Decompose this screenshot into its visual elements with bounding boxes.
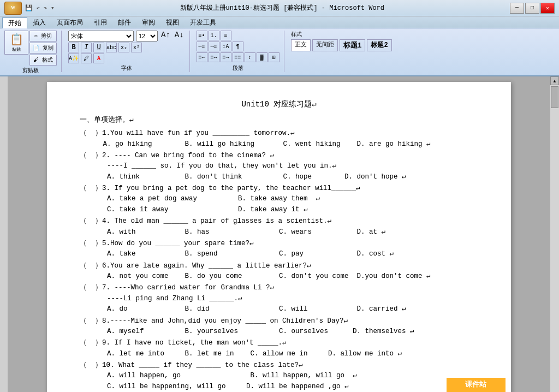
- title-bar-left: W 💾 ↶ ↷ ▾: [4, 2, 55, 15]
- styles-label: 样式: [291, 31, 550, 38]
- list-row: ≡• 1. ≡: [197, 31, 280, 40]
- q3-options2: C. take it away D. take away it ↵: [80, 205, 478, 215]
- q2-subtext: ----I ______ so. If you do that, they wo…: [80, 161, 478, 171]
- q10-options-cd: C. will be happening, will go D. will be…: [80, 382, 478, 392]
- align-center-button[interactable]: ≡↔: [209, 52, 219, 62]
- paragraph-group: ≡• 1. ≡ ←≡ →≡ ↕A ¶ ≡← ≡↔ ≡→ ≡≡ ↕ ▓ ⊞ 段落: [192, 31, 284, 72]
- no-spacing-style[interactable]: 无间距: [312, 39, 338, 51]
- tab-layout[interactable]: 页面布局: [51, 17, 88, 28]
- quick-access: 💾 ↶ ↷ ▾: [25, 4, 55, 11]
- strikethrough-button[interactable]: abc: [106, 43, 117, 52]
- font-family-select[interactable]: 宋体: [68, 31, 134, 41]
- scroll-thumb[interactable]: [551, 86, 558, 108]
- question-10: （ ）10. What _____ if they ______ to the …: [80, 360, 478, 392]
- tab-view[interactable]: 视图: [160, 17, 185, 28]
- subscript-button[interactable]: x₂: [118, 43, 129, 52]
- font-group: 宋体 12 A↑ A↓ B I U abc x₂ x² A✨ 🖊 A 字体: [64, 31, 190, 72]
- question-3: （ ）3. If you bring a pet dog to the part…: [80, 183, 478, 215]
- border-button[interactable]: ⊞: [269, 52, 280, 62]
- sort-button[interactable]: ↕A: [221, 41, 231, 51]
- q9-options: A. let me into B. let me in C. allow me …: [80, 349, 478, 359]
- increase-indent-button[interactable]: →≡: [209, 41, 219, 51]
- clipboard-label: 剪贴板: [4, 67, 57, 74]
- superscript-button[interactable]: x²: [131, 43, 142, 52]
- ribbon-content: 📋粘贴 ✂ 剪切 📄 复制 🖌 格式 剪贴板 宋体 12 A↑ A↓ B I U…: [0, 28, 559, 76]
- question-4: （ ）4. The old man ______ a pair of glass…: [80, 216, 478, 237]
- multilevel-list-button[interactable]: ≡: [221, 31, 231, 40]
- question-2: （ ）2. ---- Can we bring food to the cine…: [80, 151, 478, 182]
- grow-font-button[interactable]: A↑: [160, 31, 171, 41]
- tab-dev[interactable]: 开发工具: [185, 17, 222, 28]
- q2-text: （ ）2. ---- Can we bring food to the cine…: [80, 151, 478, 161]
- normal-style[interactable]: 正文: [291, 39, 311, 51]
- watermark: 课件站 www.kjzhan.com: [447, 378, 506, 392]
- q8-options: A. myself B. yourselves C. ourselves D. …: [80, 326, 478, 337]
- tab-insert[interactable]: 插入: [27, 17, 51, 28]
- underline-button[interactable]: U: [93, 43, 104, 52]
- bold-button[interactable]: B: [68, 43, 79, 52]
- number-list-button[interactable]: 1.: [209, 31, 219, 40]
- font-group-label: 字体: [68, 64, 185, 72]
- styles-group: 样式 正文 无间距 标题1 标题2: [287, 31, 555, 72]
- document-page: Unit10 对应练习题↵ 一、单项选择。↵ （ ）1.You will hav…: [47, 82, 511, 392]
- question-6: （ ）6.You are late again. Why ______ a li…: [80, 261, 478, 282]
- question-8: （ ）8.-----Mike and John,did you enjoy __…: [80, 316, 478, 337]
- q9-text: （ ）9. If I have no ticket, the man won't…: [80, 338, 478, 348]
- paste-area: 📋粘贴 ✂ 剪切 📄 复制 🖌 格式: [4, 31, 57, 66]
- text-effect-button[interactable]: A✨: [68, 54, 79, 63]
- shading-button[interactable]: ▓: [257, 52, 267, 62]
- cut-button[interactable]: ✂ 剪切: [29, 31, 57, 41]
- align-left-button[interactable]: ≡←: [197, 52, 207, 62]
- italic-button[interactable]: I: [81, 43, 92, 52]
- paste-button[interactable]: 📋粘贴: [4, 31, 28, 55]
- font-format-row: B I U abc x₂ x²: [68, 43, 185, 52]
- title-bar: W 💾 ↶ ↷ ▾ 新版八年级上册unit10-精选习题 [兼容模式] - Mi…: [0, 0, 559, 16]
- restore-button[interactable]: □: [525, 3, 539, 14]
- q8-text: （ ）8.-----Mike and John,did you enjoy __…: [80, 316, 478, 326]
- indent-row: ←≡ →≡ ↕A ¶: [197, 41, 280, 51]
- styles-list: 正文 无间距 标题1 标题2: [291, 39, 550, 51]
- heading2-style[interactable]: 标题2: [367, 39, 391, 51]
- tab-start[interactable]: 开始: [2, 17, 27, 28]
- vertical-scrollbar[interactable]: ▲ ▼: [550, 76, 559, 392]
- q3-options1: A. take a pet dog away B. take away them…: [80, 194, 478, 204]
- scroll-up-button[interactable]: ▲: [550, 76, 559, 85]
- align-right-button[interactable]: ≡→: [221, 52, 231, 62]
- question-9: （ ）9. If I have no ticket, the man won't…: [80, 338, 478, 359]
- copy-button[interactable]: 📄 复制: [29, 43, 57, 54]
- q4-text: （ ）4. The old man ______ a pair of glass…: [80, 216, 478, 227]
- tab-mail[interactable]: 邮件: [112, 17, 136, 28]
- line-spacing-button[interactable]: ↕: [245, 52, 255, 62]
- tab-reference[interactable]: 引用: [88, 17, 112, 28]
- question-5: （ ）5.How do you ______ your spare time?↵…: [80, 239, 478, 260]
- office-logo: W: [4, 2, 22, 15]
- heading1-style[interactable]: 标题1: [340, 39, 366, 51]
- decrease-indent-button[interactable]: ←≡: [197, 41, 207, 51]
- q6-options: A. not you come B. do you come C. don't …: [80, 271, 478, 282]
- font-size-select[interactable]: 12: [136, 31, 158, 41]
- clipboard-group: 📋粘贴 ✂ 剪切 📄 复制 🖌 格式 剪贴板: [4, 31, 62, 72]
- format-painter-button[interactable]: 🖌 格式: [29, 55, 57, 66]
- justify-button[interactable]: ≡≡: [233, 52, 243, 62]
- show-marks-button[interactable]: ¶: [233, 41, 243, 51]
- font-color-button[interactable]: A: [93, 54, 104, 63]
- tab-review[interactable]: 审阅: [136, 17, 160, 28]
- minimize-button[interactable]: ─: [510, 3, 524, 14]
- q10-options-ab: A. will happen, go B. will happen, will …: [80, 371, 478, 381]
- font-selectors: 宋体 12 A↑ A↓: [68, 31, 185, 41]
- q1-options: A. go hiking B. will go hiking C. went h…: [80, 139, 478, 150]
- bullet-list-button[interactable]: ≡•: [197, 31, 207, 40]
- question-7: （ ）7. ----Who carried water for Grandma …: [80, 283, 478, 314]
- highlight-button[interactable]: 🖊: [81, 54, 92, 63]
- clipboard-sub: ✂ 剪切 📄 复制 🖌 格式: [29, 31, 57, 66]
- doc-title: Unit10 对应练习题↵: [80, 98, 478, 110]
- close-button[interactable]: ✕: [540, 3, 555, 14]
- content-area: Unit10 对应练习题↵ 一、单项选择。↵ （ ）1.You will hav…: [0, 76, 559, 392]
- q10-text: （ ）10. What _____ if they ______ to the …: [80, 360, 478, 371]
- paragraph-label: 段落: [197, 64, 280, 72]
- ribbon-tab-bar: 开始 插入 页面布局 引用 邮件 审阅 视图 开发工具: [0, 16, 559, 28]
- document-area: Unit10 对应练习题↵ 一、单项选择。↵ （ ）1.You will hav…: [8, 76, 550, 392]
- align-row: ≡← ≡↔ ≡→ ≡≡ ↕ ▓ ⊞: [197, 52, 280, 62]
- shrink-font-button[interactable]: A↓: [174, 31, 185, 41]
- window-title: 新版八年级上册unit10-精选习题 [兼容模式] - Microsoft Wo…: [55, 3, 510, 13]
